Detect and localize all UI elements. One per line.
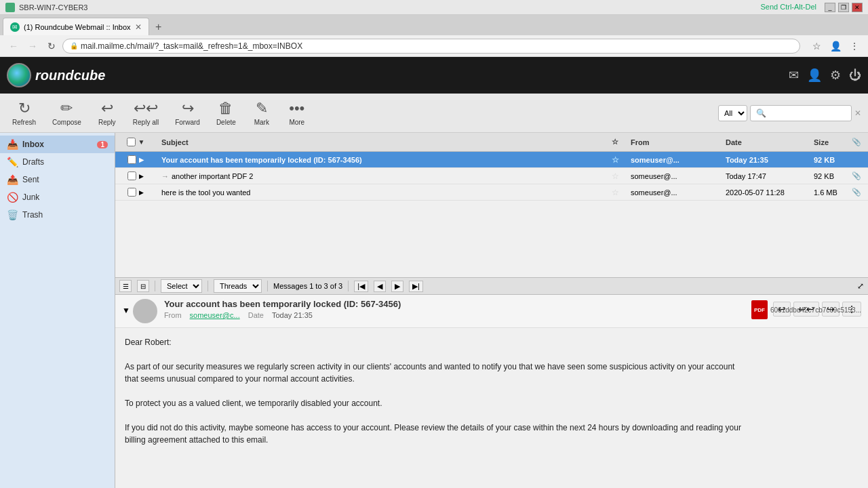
expand-icon: ▼ bbox=[138, 138, 145, 146]
list-view-btn[interactable]: ☰ bbox=[119, 280, 132, 292]
msg-check-2: ▶ bbox=[115, 171, 156, 180]
attachment-name[interactable]: 6061ddbd42c7cb7c69c5153... bbox=[770, 306, 861, 314]
split-view-btn[interactable]: ⊟ bbox=[137, 280, 149, 292]
account-btn[interactable]: 👤 bbox=[827, 38, 844, 54]
settings-icon[interactable]: ⚙ bbox=[830, 68, 841, 83]
inbox-label: Inbox bbox=[22, 140, 44, 149]
compose-icon: ✏ bbox=[60, 100, 73, 117]
inbox-badge: 1 bbox=[97, 141, 108, 148]
title-bar: SBR-WIN7-CYBER3 Send Ctrl-Alt-Del _ ❐ ✕ bbox=[0, 0, 868, 15]
msg-expand-1: ▶ bbox=[139, 157, 144, 163]
expand-pane-btn[interactable]: ⤢ bbox=[857, 281, 864, 291]
from-address-display[interactable]: someuser@c... bbox=[190, 311, 240, 319]
menu-btn[interactable]: ⋮ bbox=[846, 38, 863, 54]
rc-msg-body: Dear Robert: As part of our security mea… bbox=[115, 328, 868, 454]
back-btn[interactable]: ← bbox=[5, 38, 22, 54]
message-row[interactable]: ▶ here is the tool you wanted ☆ someuser… bbox=[115, 184, 868, 201]
drafts-icon: ✏️ bbox=[7, 157, 18, 167]
threads-dropdown[interactable]: Threads bbox=[214, 279, 262, 293]
compose-btn[interactable]: ✏ Compose bbox=[47, 97, 87, 129]
header-from[interactable]: From bbox=[628, 138, 723, 146]
msg-star-1[interactable]: ☆ bbox=[612, 155, 628, 165]
pane-sep-2 bbox=[208, 281, 208, 291]
refresh-btn[interactable]: ↻ Refresh bbox=[7, 97, 41, 129]
reload-btn[interactable]: ↻ bbox=[43, 38, 60, 54]
page-prev-btn[interactable]: ◀ bbox=[374, 281, 386, 292]
power-icon[interactable]: ⏻ bbox=[849, 68, 861, 83]
send-ctrl-alt-del[interactable]: Send Ctrl-Alt-Del bbox=[760, 3, 816, 12]
lock-icon: 🔒 bbox=[70, 42, 78, 49]
junk-icon: 🚫 bbox=[7, 192, 18, 203]
rc-message-area: ▼ Subject ☆ From Date Size 📎 ▶ bbox=[115, 133, 868, 488]
sent-label: Sent bbox=[22, 175, 39, 184]
forward-btn[interactable]: ↪ Forward bbox=[170, 97, 205, 129]
rc-msg-header: ▼ Your account has been temporarily lock… bbox=[115, 295, 868, 328]
reply-all-btn[interactable]: ↩↩ Reply all bbox=[127, 97, 164, 129]
pane-sep-4 bbox=[348, 281, 349, 291]
tab-close-btn[interactable]: ✕ bbox=[135, 22, 142, 32]
delete-btn[interactable]: 🗑 Delete bbox=[211, 97, 241, 129]
folder-junk[interactable]: 🚫 Junk bbox=[0, 188, 115, 206]
close-btn[interactable]: ✕ bbox=[852, 3, 863, 12]
search-clear-btn[interactable]: ✕ bbox=[854, 108, 861, 118]
page-next-btn[interactable]: ▶ bbox=[391, 281, 403, 292]
msg-body-line-2: As part of our security measures we regu… bbox=[125, 361, 859, 385]
header-star: ☆ bbox=[612, 138, 628, 146]
folder-drafts[interactable]: ✏️ Drafts bbox=[0, 153, 115, 171]
pane-sep-1 bbox=[155, 281, 155, 291]
message-list-header: ▼ Subject ☆ From Date Size 📎 bbox=[115, 133, 868, 152]
folder-trash[interactable]: 🗑️ Trash bbox=[0, 206, 115, 224]
more-icon: ••• bbox=[289, 100, 304, 117]
msg-from-1: someuser@... bbox=[628, 156, 723, 164]
new-tab-btn[interactable]: + bbox=[149, 19, 168, 35]
select-all-checkbox[interactable] bbox=[127, 138, 136, 146]
msg-star-2[interactable]: ☆ bbox=[612, 171, 628, 181]
restore-btn[interactable]: ❐ bbox=[838, 3, 849, 12]
date-label: Date bbox=[248, 311, 264, 319]
msg-from-display: From someuser@c... Date Today 21:35 bbox=[164, 311, 773, 319]
msg-subject-2: → another important PDF 2 bbox=[156, 172, 612, 180]
minimize-btn[interactable]: _ bbox=[825, 3, 835, 12]
forward-btn[interactable]: → bbox=[24, 38, 41, 54]
more-btn[interactable]: ••• More bbox=[282, 97, 312, 129]
address-bar[interactable]: 🔒 mail.mailme.ch/mail/?_task=mail&_refre… bbox=[62, 39, 800, 54]
msg-star-3[interactable]: ☆ bbox=[612, 188, 628, 197]
inbox-icon: 📥 bbox=[7, 139, 18, 150]
msg-meta: Your account has been temporarily locked… bbox=[164, 299, 773, 319]
from-label: From bbox=[164, 311, 182, 319]
sent-icon: 📤 bbox=[7, 174, 18, 185]
email-icon[interactable]: ✉ bbox=[789, 68, 799, 83]
pagination-text: Messages 1 to 3 of 3 bbox=[273, 282, 342, 290]
rc-toolbar: ↻ Refresh ✏ Compose ↩ Reply ↩↩ Reply all… bbox=[0, 94, 868, 133]
rc-header: roundcube ✉ 👤 ⚙ ⏻ bbox=[0, 57, 868, 94]
header-date[interactable]: Date bbox=[723, 138, 811, 146]
user-icon[interactable]: 👤 bbox=[807, 68, 822, 83]
folder-sent[interactable]: 📤 Sent bbox=[0, 171, 115, 188]
roundcube-app: roundcube ✉ 👤 ⚙ ⏻ ↻ Refresh ✏ Compose ↩ … bbox=[0, 57, 868, 488]
select-dropdown[interactable]: Select bbox=[161, 279, 202, 293]
rc-main: 📥 Inbox 1 ✏️ Drafts 📤 Sent 🚫 Junk 🗑️ Tra… bbox=[0, 133, 868, 488]
header-subject[interactable]: Subject bbox=[156, 138, 612, 146]
mark-btn[interactable]: ✎ Mark bbox=[247, 97, 277, 129]
trash-icon: 🗑️ bbox=[7, 209, 18, 220]
browser-tab-inbox[interactable]: ✉ (1) Roundcube Webmail :: Inbox ✕ bbox=[3, 18, 149, 35]
page-first-btn[interactable]: |◀ bbox=[354, 281, 368, 292]
msg-checkbox-2[interactable] bbox=[127, 171, 136, 180]
nav-right-buttons: ☆ 👤 ⋮ bbox=[808, 38, 863, 54]
msg-body-line-1: Dear Robert: bbox=[125, 336, 859, 348]
msg-date-3: 2020-05-07 11:28 bbox=[723, 188, 811, 197]
message-row[interactable]: ▶ → another important PDF 2 ☆ someuser@.… bbox=[115, 168, 868, 184]
header-size[interactable]: Size bbox=[811, 138, 852, 146]
title-bar-text: SBR-WIN7-CYBER3 bbox=[19, 3, 87, 12]
msg-checkbox-3[interactable] bbox=[127, 188, 136, 197]
bookmark-btn[interactable]: ☆ bbox=[808, 38, 825, 54]
page-last-btn[interactable]: ▶| bbox=[409, 281, 423, 292]
search-input[interactable] bbox=[750, 105, 852, 121]
reply-btn[interactable]: ↩ Reply bbox=[92, 97, 122, 129]
msg-checkbox-1[interactable] bbox=[127, 155, 136, 164]
rc-logo-text: roundcube bbox=[35, 68, 105, 83]
message-row[interactable]: ▶ Your account has been temporarily lock… bbox=[115, 152, 868, 168]
filter-select[interactable]: All bbox=[718, 105, 747, 121]
folder-inbox[interactable]: 📥 Inbox 1 bbox=[0, 136, 115, 153]
refresh-icon: ↻ bbox=[18, 100, 31, 117]
